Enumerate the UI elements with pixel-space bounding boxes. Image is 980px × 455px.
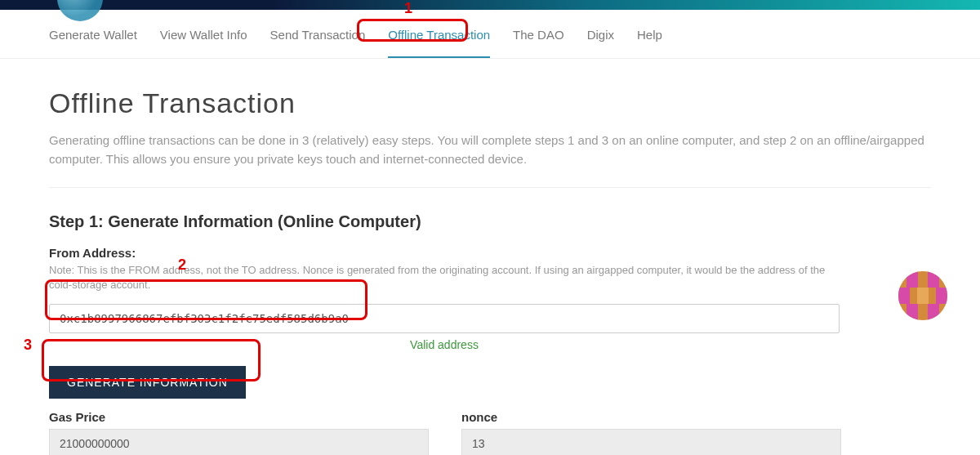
tab-view-wallet-info[interactable]: View Wallet Info: [160, 28, 247, 58]
intro-text: Generating offline transactions can be d…: [49, 131, 931, 169]
valid-address-text: Valid address: [49, 338, 840, 351]
generate-information-button[interactable]: GENERATE INFORMATION: [49, 366, 246, 399]
divider: [49, 187, 931, 188]
step1-title: Step 1: Generate Information (Online Com…: [49, 212, 931, 231]
svg-rect-2: [928, 271, 939, 288]
gas-price-value: [49, 429, 429, 455]
nonce-value: [461, 429, 841, 455]
nonce-label: nonce: [461, 410, 841, 424]
address-identicon: [898, 271, 947, 320]
from-address-note: Note: This is the FROM address, not the …: [49, 263, 833, 292]
page-title: Offline Transaction: [49, 87, 931, 119]
svg-rect-1: [906, 271, 918, 288]
svg-rect-3: [898, 288, 910, 304]
svg-rect-7: [928, 304, 939, 320]
tab-help[interactable]: Help: [637, 28, 662, 58]
tab-generate-wallet[interactable]: Generate Wallet: [49, 28, 137, 58]
svg-rect-5: [917, 288, 929, 304]
tab-the-dao[interactable]: The DAO: [513, 28, 564, 58]
svg-rect-4: [936, 288, 947, 304]
gas-price-label: Gas Price: [49, 410, 429, 424]
tab-offline-transaction[interactable]: Offline Transaction: [388, 28, 490, 58]
main-content: Offline Transaction Generating offline t…: [0, 59, 980, 455]
from-address-input[interactable]: [49, 304, 840, 333]
svg-rect-6: [906, 304, 918, 320]
from-address-label: From Address:: [49, 246, 931, 260]
tab-send-transaction[interactable]: Send Transaction: [270, 28, 366, 58]
tab-digix[interactable]: Digix: [587, 28, 614, 58]
nav-tabs: Generate Wallet View Wallet Info Send Tr…: [0, 10, 980, 59]
header-gradient: [0, 0, 980, 10]
